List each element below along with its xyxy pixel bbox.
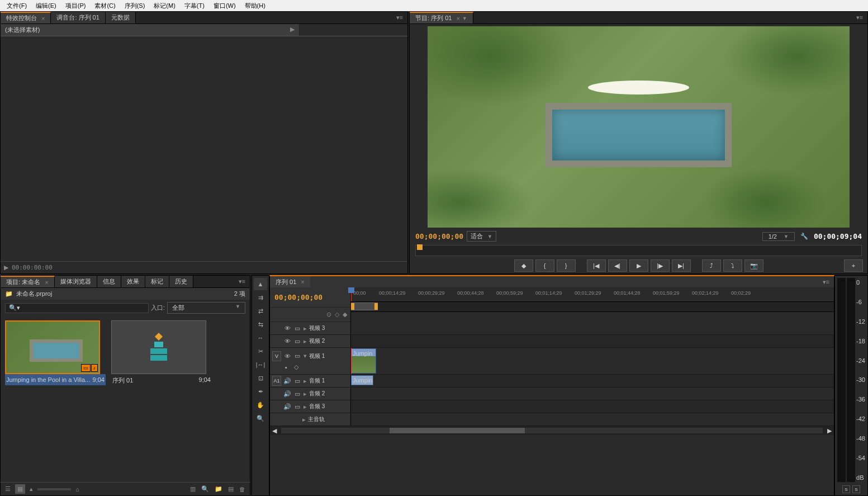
go-to-out-button[interactable]: ▶|: [672, 259, 691, 272]
play-button[interactable]: ▶: [629, 259, 648, 272]
track-select-tool[interactable]: ⇉: [254, 291, 267, 304]
track-header-a3[interactable]: 🔊 ▭ ▸ 音频 3: [270, 400, 351, 413]
lock-icon[interactable]: ▭: [293, 403, 301, 410]
rolling-edit-tool[interactable]: ⇆: [254, 318, 267, 330]
keyframe-icon[interactable]: ▪: [282, 363, 290, 371]
slide-tool[interactable]: ⊡: [254, 372, 267, 384]
extract-button[interactable]: ⤵: [723, 259, 742, 272]
tab-project[interactable]: 项目: 未命名×: [1, 276, 55, 287]
mark-out-button[interactable]: }: [557, 259, 576, 272]
track-header-v2[interactable]: 👁 ▭ ▸ 视频 2: [270, 335, 351, 347]
resolution-dropdown[interactable]: 1/2 ▼: [762, 232, 795, 241]
solo-right-button[interactable]: S: [852, 485, 860, 493]
panel-menu-icon[interactable]: ▾≡: [818, 276, 834, 287]
hand-tool[interactable]: ✋: [254, 399, 267, 411]
sync-lock-icon[interactable]: ◆: [343, 311, 347, 318]
a1-target[interactable]: A1: [272, 376, 281, 386]
go-to-in-button[interactable]: |◀: [587, 259, 606, 272]
dropdown-icon[interactable]: ▼: [462, 16, 467, 21]
track-header-v3[interactable]: 👁 ▭ ▸ 视频 3: [270, 322, 351, 334]
solo-left-button[interactable]: S: [842, 485, 850, 493]
track-a2[interactable]: [351, 388, 834, 400]
expand-icon[interactable]: ▾: [303, 352, 307, 360]
speaker-icon[interactable]: 🔊: [283, 390, 291, 398]
bin-item-video[interactable]: ▭♪ Jumping in the Pool in a Villa... 9;0…: [5, 320, 106, 478]
expand-icon[interactable]: ▸: [303, 325, 307, 332]
razor-tool[interactable]: ✂: [254, 345, 267, 357]
close-icon[interactable]: ×: [41, 15, 45, 22]
track-a3[interactable]: [351, 400, 834, 413]
scroll-left-icon[interactable]: ◀: [272, 427, 277, 434]
zoom-bar[interactable]: [351, 302, 834, 312]
tab-audio-mixer[interactable]: 调音台: 序列 01: [51, 12, 105, 23]
ripple-edit-tool[interactable]: ⇄: [254, 305, 267, 317]
find-icon[interactable]: 🔍: [200, 484, 210, 494]
tab-metadata[interactable]: 元数据: [106, 12, 136, 23]
program-viewer[interactable]: [428, 26, 850, 228]
lock-icon[interactable]: ▭: [293, 324, 301, 332]
close-icon[interactable]: ×: [45, 279, 48, 286]
rate-stretch-tool[interactable]: ↔: [254, 332, 267, 344]
track-v1[interactable]: Jumpin: [351, 348, 834, 374]
menu-title[interactable]: 字幕(T): [180, 1, 209, 11]
tab-sequence[interactable]: 序列 01 ×: [270, 276, 310, 287]
expand-icon[interactable]: ▸: [303, 390, 307, 398]
time-ruler[interactable]: 00;00 00;00;14;29 00;00;29;29 00;00;44;2…: [351, 287, 834, 302]
add-marker-button[interactable]: ◆: [514, 259, 533, 272]
sort-icon[interactable]: ⌂: [74, 485, 80, 494]
playhead[interactable]: [351, 287, 352, 301]
track-header-a1[interactable]: A1 🔊 ▭ ▸ 音频 1: [270, 375, 351, 387]
tab-media-browser[interactable]: 媒体浏览器: [55, 276, 97, 287]
track-header-a2[interactable]: 🔊 ▭ ▸ 音频 2: [270, 388, 351, 400]
speaker-icon[interactable]: 🔊: [283, 377, 291, 385]
search-input[interactable]: [5, 303, 149, 313]
expand-icon[interactable]: ▸: [302, 416, 306, 423]
eye-icon[interactable]: 👁: [283, 337, 291, 345]
menu-file[interactable]: 文件(F): [2, 1, 31, 11]
menu-edit[interactable]: 编辑(E): [31, 1, 61, 11]
keyframe-nav-icon[interactable]: ◇: [292, 363, 300, 371]
tab-program[interactable]: 节目: 序列 01 × ▼: [410, 12, 473, 23]
track-master[interactable]: [351, 413, 834, 426]
settings-icon[interactable]: 🔧: [798, 233, 810, 240]
new-bin-icon[interactable]: 📁: [214, 484, 224, 494]
marker-icon[interactable]: ◇: [335, 311, 339, 318]
automate-icon[interactable]: ▥: [189, 484, 197, 494]
zoom-slider[interactable]: [37, 488, 71, 490]
bin-item-sequence[interactable]: 序列 01 9;04: [111, 320, 212, 478]
export-frame-button[interactable]: 📷: [744, 259, 763, 272]
audio-clip[interactable]: Jumpin: [351, 375, 373, 385]
v1-target[interactable]: V: [272, 351, 281, 361]
expand-icon[interactable]: ▸: [303, 377, 307, 385]
tab-info[interactable]: 信息: [97, 276, 121, 287]
lock-icon[interactable]: ▭: [293, 390, 301, 398]
tab-effect-controls[interactable]: 特效控制台 ×: [1, 12, 51, 23]
bin-thumbnail[interactable]: ▭♪: [5, 320, 100, 374]
zoom-tool[interactable]: 🔍: [254, 412, 267, 424]
selection-tool[interactable]: ▲: [254, 278, 267, 290]
video-clip[interactable]: Jumpin: [351, 348, 376, 374]
timeline-scrollbar[interactable]: ◀ ▶: [270, 426, 834, 435]
track-v3[interactable]: [351, 322, 834, 334]
scroll-right-icon[interactable]: ▶: [827, 427, 832, 434]
list-view-icon[interactable]: ☰: [4, 484, 12, 494]
panel-menu-icon[interactable]: ▾≡: [234, 276, 250, 287]
snap-icon[interactable]: ⊙: [326, 311, 331, 318]
trash-icon[interactable]: 🗑: [238, 485, 246, 494]
collapse-icon[interactable]: ▶: [290, 26, 295, 34]
button-editor-icon[interactable]: +: [844, 259, 863, 272]
close-icon[interactable]: ×: [456, 15, 459, 22]
expand-icon[interactable]: ▸: [303, 403, 307, 410]
track-header-v1[interactable]: V 👁 ▭ ▾ 视频 1 ▪ ◇: [270, 348, 351, 374]
menu-clip[interactable]: 素材(C): [90, 1, 120, 11]
playhead-icon[interactable]: [417, 244, 423, 250]
close-icon[interactable]: ×: [301, 278, 304, 285]
eye-icon[interactable]: 👁: [283, 352, 291, 360]
tab-history[interactable]: 历史: [169, 276, 193, 287]
menu-window[interactable]: 窗口(W): [209, 1, 240, 11]
new-item-icon[interactable]: ▤: [227, 484, 235, 494]
menu-sequence[interactable]: 序列(S): [120, 1, 150, 11]
tab-effects[interactable]: 效果: [121, 276, 145, 287]
scrubber[interactable]: [415, 245, 862, 256]
panel-menu-icon[interactable]: ▾≡: [392, 12, 407, 23]
